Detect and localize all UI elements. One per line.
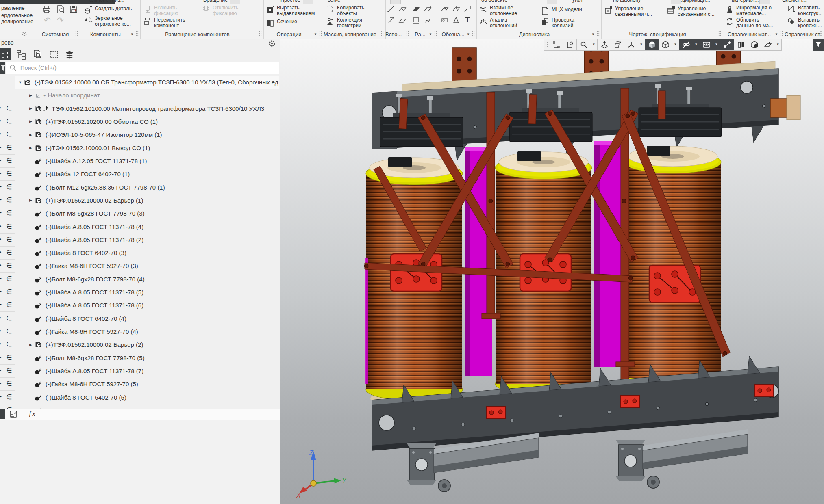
- chevron-down-icon[interactable]: ▼: [130, 32, 134, 36]
- leader-icon[interactable]: [463, 5, 472, 13]
- orient-face-button[interactable]: [598, 39, 611, 50]
- tree-row[interactable]: ▶∈ (-)Болт М12-6gх25.88.35 ГОСТ 7798-70 …: [0, 181, 280, 194]
- gutter-arrow-icon[interactable]: ▶: [0, 132, 2, 136]
- fragment-component-from[interactable]: компонент из...: [89, 0, 124, 3]
- aux-line-icon[interactable]: [387, 5, 395, 13]
- tree-mode-button[interactable]: [0, 48, 11, 60]
- orient-rotate-button[interactable]: [611, 39, 624, 50]
- tab-solid-modeling-fragment-1[interactable]: ердотельное: [1, 12, 33, 18]
- print-icon[interactable]: [42, 5, 51, 14]
- shaded-view-button[interactable]: [645, 39, 659, 50]
- fragment-about-object[interactable]: об объекте: [481, 0, 507, 3]
- tree-row[interactable]: ▶ ● Начало координат: [0, 89, 280, 102]
- fragment-element[interactable]: Элемент...: [782, 0, 807, 3]
- viewport-3d[interactable]: Z Y X ▼ ▼ ▼ ▼ ▼ ▼: [280, 39, 824, 504]
- cone-mark-icon[interactable]: [452, 16, 460, 24]
- tree-row[interactable]: ▶∈ (-)Шайба А.8.05 ГОСТ 11371-78 (2): [0, 233, 280, 247]
- fragment-grid[interactable]: сетке: [328, 0, 340, 3]
- structure-icon[interactable]: [16, 49, 27, 60]
- tree-row[interactable]: ▶∈ (-)Шайба А.12.05 ГОСТ 11371-78 (1): [0, 154, 280, 168]
- save-icon[interactable]: [69, 5, 78, 14]
- gutter-arrow-icon[interactable]: ▶: [0, 237, 2, 241]
- place-sketch-button[interactable]: [761, 39, 774, 50]
- gutter-arrow-icon[interactable]: ▶: [0, 368, 2, 372]
- orient-dropdown[interactable]: ▼: [638, 39, 645, 50]
- gutter-arrow-icon[interactable]: ▶: [0, 197, 2, 201]
- datum-icon[interactable]: [452, 5, 460, 13]
- move-component-button[interactable]: Переместить компонент: [143, 17, 185, 28]
- marquee-select-icon[interactable]: [49, 49, 59, 60]
- tree-row[interactable]: ▶∈ (-)Шайба А.8.05 ГОСТ 11371-78 (4): [0, 220, 280, 234]
- material-info-button[interactable]: Информация о материале...: [725, 5, 772, 16]
- hide-objects-button[interactable]: [679, 39, 693, 50]
- fragment-rotation[interactable]: Вращение: [203, 0, 228, 3]
- gutter-arrow-icon[interactable]: ▶: [0, 381, 2, 385]
- gutter-arrow-icon[interactable]: ▶: [0, 158, 2, 162]
- ghost-view-button[interactable]: [700, 39, 713, 50]
- tree-row[interactable]: ▶∈ (-)Шайба А.8.05 ГОСТ 11371-78 (5): [0, 286, 280, 299]
- search-filter-icon[interactable]: [0, 62, 5, 74]
- sketch-dropdown[interactable]: ▼: [774, 39, 781, 50]
- expander-icon[interactable]: ▶: [29, 133, 35, 137]
- tab-solid-modeling-fragment-2[interactable]: делирование: [1, 18, 33, 24]
- coil-middle[interactable]: [495, 151, 592, 424]
- group-grip-icon[interactable]: [75, 31, 78, 36]
- tree-row[interactable]: ▶∈ (-)Шайба 8 ГОСТ 6402-70 (3): [0, 246, 280, 260]
- tree-row[interactable]: ▶∈ ▶ (-)ТЭФ.01562.10000.01 Вывод СО (1): [0, 141, 280, 155]
- fragment-simple[interactable]: Простое: [280, 0, 300, 3]
- gutter-arrow-icon[interactable]: ▶: [0, 171, 2, 175]
- tree-row[interactable]: ▶∈ (-)Гайка М8-6Н ГОСТ 5927-70 (3): [0, 259, 280, 273]
- tree-row[interactable]: ▶∈ (-)Болт М8-6gх28 ГОСТ 7798-70 (5): [0, 351, 280, 365]
- tree-row[interactable]: ▶∈ (-)Болт М8-6gх28 ГОСТ 7798-70 (3): [0, 207, 280, 220]
- panel-edge-tile[interactable]: [0, 409, 5, 419]
- layers-icon[interactable]: [64, 49, 75, 60]
- tree-row[interactable]: ▶∈ (-)Шайба 12 ГОСТ 6402-70 (1): [0, 167, 280, 181]
- section-button[interactable]: Сечение: [266, 19, 297, 28]
- gutter-arrow-icon[interactable]: ▶: [0, 184, 2, 188]
- tree-row[interactable]: ▶∈ (-)Гайка М8-6Н ГОСТ 5927-70 (4): [0, 325, 280, 338]
- gutter-arrow-icon[interactable]: ▶: [0, 106, 2, 110]
- fragment-material[interactable]: материал...: [732, 0, 759, 3]
- center-of-mass-button[interactable]: [563, 39, 576, 50]
- gutter-arrow-icon[interactable]: ▶: [0, 145, 2, 149]
- tree-row[interactable]: ▶∈: [0, 404, 280, 409]
- expander-icon[interactable]: ▶: [29, 343, 35, 347]
- zoom-dropdown[interactable]: ▼: [590, 39, 597, 50]
- ghost-dropdown[interactable]: ▼: [713, 39, 720, 50]
- hide-dropdown[interactable]: ▼: [693, 39, 700, 50]
- gutter-arrow-icon[interactable]: ▶: [0, 342, 2, 346]
- gutter-arrow-icon[interactable]: ▶: [0, 302, 2, 306]
- text-tool-icon[interactable]: T: [465, 15, 470, 24]
- print-preview-icon[interactable]: [56, 5, 65, 14]
- zoom-button[interactable]: [577, 39, 590, 50]
- redo-icon[interactable]: ↷: [57, 16, 64, 24]
- insert-construction-button[interactable]: Вставить конструк...: [787, 5, 822, 16]
- reference-points-button[interactable]: [720, 39, 734, 50]
- tab-management-fragment[interactable]: равление: [1, 5, 25, 11]
- expander-icon[interactable]: ▼: [18, 80, 24, 84]
- tree-row[interactable]: ▶∈ (-)Болт М8-6gх28 ГОСТ 7798-70 (4): [0, 273, 280, 286]
- skid-right[interactable]: [616, 429, 748, 488]
- aux-plane-icon[interactable]: [398, 16, 407, 24]
- gutter-arrow-icon[interactable]: ▶: [0, 210, 2, 214]
- display-mode-dropdown[interactable]: ▼: [672, 39, 679, 50]
- gutter-arrow-icon[interactable]: ▶: [0, 119, 2, 123]
- fragment-angle[interactable]: угол: [572, 0, 583, 3]
- clip-view-button[interactable]: [734, 39, 748, 50]
- orient-triad-button[interactable]: [624, 39, 638, 50]
- search-documents-icon[interactable]: [33, 49, 43, 60]
- transformer-model[interactable]: Z Y X: [280, 39, 824, 504]
- ra-sheet-icon[interactable]: [412, 16, 420, 24]
- tree-row[interactable]: ▶∈ ▶ (-)ИОЭЛ-10-5-065-47 Изолятор 120мм …: [0, 128, 280, 141]
- wireframe-view-button[interactable]: [659, 39, 672, 50]
- disable-fixation-button[interactable]: Отключить фиксацию: [202, 5, 238, 16]
- gutter-arrow-icon[interactable]: ▶: [0, 329, 2, 333]
- mutual-deviation-button[interactable]: Взаимное отклонение: [479, 5, 517, 16]
- tree-row[interactable]: ▶∈ (-)Шайба А.8.05 ГОСТ 11371-78 (7): [0, 364, 280, 378]
- gutter-arrow-icon[interactable]: ▶: [0, 224, 2, 228]
- ra-plane-icon[interactable]: [412, 5, 420, 13]
- gutter-arrow-icon[interactable]: ▶: [0, 394, 2, 398]
- undo-icon[interactable]: ↶: [44, 16, 51, 24]
- tree-row[interactable]: ▶∈ (-)Шайба А.8.05 ГОСТ 11371-78 (6): [0, 299, 280, 312]
- material-update-button[interactable]: Обновить данные по ма...: [725, 17, 773, 28]
